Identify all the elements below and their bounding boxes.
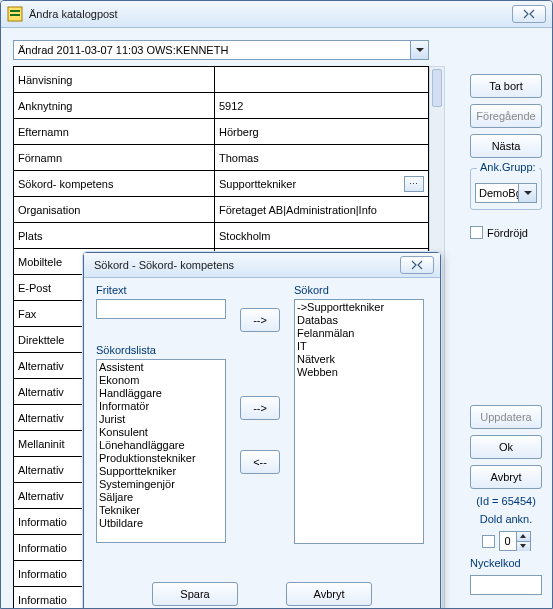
save-button[interactable]: Spara xyxy=(152,582,238,606)
dold-label: Dold ankn. xyxy=(470,513,542,525)
fritext-label: Fritext xyxy=(96,284,226,296)
keycode-label: Nyckelkod xyxy=(470,557,542,569)
table-row: OrganisationFöretaget AB|Administration|… xyxy=(14,197,429,223)
ank-group-value: DemoBgc xyxy=(476,187,518,199)
list-item[interactable]: Webben xyxy=(297,366,421,379)
client-area: Ändrad 2011-03-07 11:03 OWS:KENNETH Hänv… xyxy=(1,28,552,609)
row-label: Hänvisning xyxy=(14,67,215,93)
delete-button[interactable]: Ta bort xyxy=(470,74,542,98)
delayed-checkbox[interactable] xyxy=(470,226,483,239)
chevron-down-icon[interactable] xyxy=(517,542,530,551)
dialog-title: Sökord - Sökord- kompetens xyxy=(90,259,396,271)
table-row: FörnamnThomas xyxy=(14,145,429,171)
row-label: Efternamn xyxy=(14,119,215,145)
dold-checkbox[interactable] xyxy=(482,535,495,548)
list-item[interactable]: Handläggare xyxy=(99,387,223,400)
row-label: Förnamn xyxy=(14,145,215,171)
sidebar: Ta bort Föregående Nästa Ank.Grupp: Demo… xyxy=(470,74,542,239)
selected-listbox[interactable]: ->SupportteknikerDatabasFelanmälanITNätv… xyxy=(294,299,424,544)
list-item[interactable]: Assistent xyxy=(99,361,223,374)
previous-button[interactable]: Föregående xyxy=(470,104,542,128)
table-row: Anknytning5912 xyxy=(14,93,429,119)
list-item[interactable]: Jurist xyxy=(99,413,223,426)
row-value-cell[interactable] xyxy=(215,67,429,93)
wordlist-listbox[interactable]: AssistentEkonomHandläggareInformatörJuri… xyxy=(96,359,226,543)
list-item[interactable]: Felanmälan xyxy=(297,327,421,340)
row-value-cell[interactable]: Stockholm xyxy=(215,223,429,249)
history-dropdown[interactable]: Ändrad 2011-03-07 11:03 OWS:KENNETH xyxy=(13,40,429,60)
add-button[interactable]: --> xyxy=(240,308,280,332)
close-icon[interactable] xyxy=(512,5,546,23)
list-item[interactable]: Konsulent xyxy=(99,426,223,439)
keycode-input[interactable] xyxy=(470,575,542,595)
app-icon xyxy=(7,6,23,22)
delayed-row: Fördröjd xyxy=(470,226,542,239)
dialog-titlebar: Sökord - Sökord- kompetens xyxy=(84,253,440,278)
sidebar-lower: Uppdatera Ok Avbryt (Id = 65454) Dold an… xyxy=(470,405,542,595)
main-titlebar: Ändra katalogpost xyxy=(1,1,552,28)
table-row: EfternamnHörberg xyxy=(14,119,429,145)
table-row: PlatsStockholm xyxy=(14,223,429,249)
selected-label: Sökord xyxy=(294,284,424,296)
chevron-down-icon[interactable] xyxy=(518,184,536,202)
row-value-cell[interactable]: Företaget AB|Administration|Info xyxy=(215,197,429,223)
row-value: Supporttekniker xyxy=(219,178,404,190)
fritext-input[interactable] xyxy=(96,299,226,319)
history-dropdown-text: Ändrad 2011-03-07 11:03 OWS:KENNETH xyxy=(14,44,410,56)
delayed-label: Fördröjd xyxy=(487,227,528,239)
chevron-down-icon[interactable] xyxy=(410,41,428,59)
svg-rect-1 xyxy=(10,10,20,12)
ank-group: Ank.Grupp: DemoBgc xyxy=(470,168,542,210)
ank-group-label: Ank.Grupp: xyxy=(477,161,539,173)
chevron-up-icon[interactable] xyxy=(517,532,530,542)
row-label: Sökord- kompetens xyxy=(14,171,215,197)
list-item[interactable]: Säljare xyxy=(99,491,223,504)
svg-rect-2 xyxy=(10,14,20,16)
cancel-button[interactable]: Avbryt xyxy=(470,465,542,489)
row-label: Plats xyxy=(14,223,215,249)
next-button[interactable]: Nästa xyxy=(470,134,542,158)
list-item[interactable]: IT xyxy=(297,340,421,353)
list-item[interactable]: ->Supporttekniker xyxy=(297,301,421,314)
list-item[interactable]: Systemingenjör xyxy=(99,478,223,491)
row-label: Anknytning xyxy=(14,93,215,119)
list-item[interactable]: Utbildare xyxy=(99,517,223,530)
table-row: Hänvisning xyxy=(14,67,429,93)
row-value-cell[interactable]: Supporttekniker⋯ xyxy=(215,171,429,197)
dialog-cancel-button[interactable]: Avbryt xyxy=(286,582,372,606)
list-item[interactable]: Tekniker xyxy=(99,504,223,517)
record-id: (Id = 65454) xyxy=(470,495,542,507)
list-item[interactable]: Produktionstekniker xyxy=(99,452,223,465)
ank-group-combo[interactable]: DemoBgc xyxy=(475,183,537,203)
list-item[interactable]: Supporttekniker xyxy=(99,465,223,478)
row-value-cell[interactable]: Thomas xyxy=(215,145,429,171)
ok-button[interactable]: Ok xyxy=(470,435,542,459)
table-row: Sökord- kompetensSupporttekniker⋯ xyxy=(14,171,429,197)
row-value-cell[interactable]: Hörberg xyxy=(215,119,429,145)
list-item[interactable]: Nätverk xyxy=(297,353,421,366)
row-value-cell[interactable]: 5912 xyxy=(215,93,429,119)
close-icon[interactable] xyxy=(400,256,434,274)
dold-value: 0 xyxy=(500,535,516,547)
list-item[interactable]: Ekonom xyxy=(99,374,223,387)
dold-stepper[interactable]: 0 xyxy=(499,531,531,551)
list-item[interactable]: Databas xyxy=(297,314,421,327)
remove-button[interactable]: <-- xyxy=(240,450,280,474)
window-title: Ändra katalogpost xyxy=(29,8,508,20)
main-window: Ändra katalogpost Ändrad 2011-03-07 11:0… xyxy=(0,0,553,609)
wordlist-label: Sökordslista xyxy=(96,344,226,356)
dialog-body: Fritext Sökordslista AssistentEkonomHand… xyxy=(84,278,440,609)
ellipsis-button[interactable]: ⋯ xyxy=(404,176,424,192)
row-label: Organisation xyxy=(14,197,215,223)
keywords-dialog: Sökord - Sökord- kompetens Fritext Sökor… xyxy=(83,252,441,609)
list-item[interactable]: Informatör xyxy=(99,400,223,413)
update-button[interactable]: Uppdatera xyxy=(470,405,542,429)
add2-button[interactable]: --> xyxy=(240,396,280,420)
list-item[interactable]: Lönehandläggare xyxy=(99,439,223,452)
